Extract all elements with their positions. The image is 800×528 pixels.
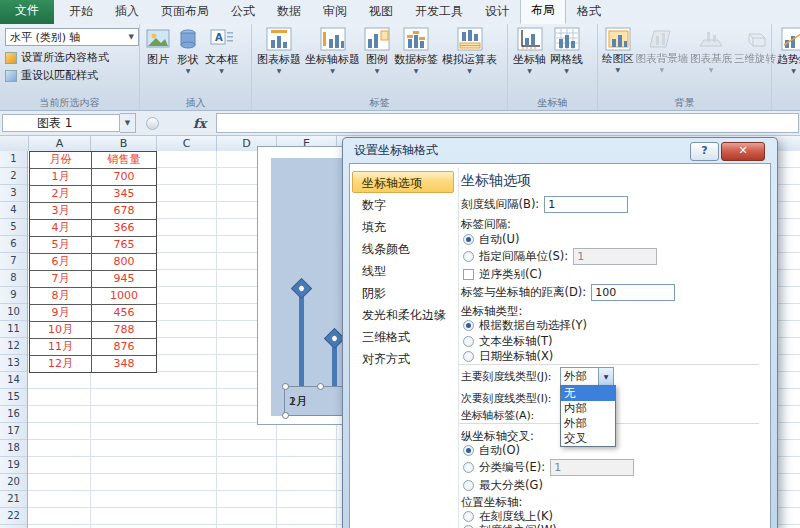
insert-picture-button[interactable]: 图片 (143, 26, 173, 68)
selection-handle[interactable] (282, 412, 289, 419)
row-header-8[interactable]: 8 (0, 270, 27, 287)
tab-页面布局[interactable]: 页面布局 (150, 0, 220, 24)
tab-设计[interactable]: 设计 (474, 0, 520, 24)
table-header-cell[interactable]: 月份 (30, 152, 92, 169)
axis-titles-button[interactable]: 坐标轴标题 ▼ (303, 26, 362, 74)
reverse-categories-checkbox[interactable] (463, 269, 474, 280)
row-header-17[interactable]: 17 (0, 423, 27, 440)
date-axis-radio[interactable] (463, 351, 474, 362)
column-header-C[interactable]: C (157, 136, 217, 151)
tab-视图[interactable]: 视图 (358, 0, 404, 24)
row-header-16[interactable]: 16 (0, 406, 27, 423)
insert-function-icon[interactable]: fx (193, 116, 206, 131)
table-cell[interactable]: 456 (92, 305, 156, 322)
table-cell[interactable]: 2月 (30, 186, 92, 203)
max-category-radio[interactable] (463, 480, 474, 491)
data-labels-button[interactable]: 数据标签 ▼ (392, 26, 440, 74)
gridlines-button[interactable]: 网格线 ▼ (548, 26, 585, 74)
tab-文件[interactable]: 文件 (0, 0, 54, 24)
table-cell[interactable]: 1000 (92, 288, 156, 305)
help-icon[interactable]: ? (690, 142, 719, 161)
tab-数据[interactable]: 数据 (266, 0, 312, 24)
row-header-5[interactable]: 5 (0, 219, 27, 236)
dropdown-item-交叉[interactable]: 交叉 (561, 431, 615, 446)
table-cell[interactable]: 6月 (30, 254, 92, 271)
table-header-cell[interactable]: 销售量 (92, 152, 156, 169)
reset-to-match-style-button[interactable]: 重设以匹配样式 (5, 68, 136, 83)
row-header-10[interactable]: 10 (0, 304, 27, 321)
row-header-12[interactable]: 12 (0, 338, 27, 355)
row-header-3[interactable]: 3 (0, 185, 27, 202)
sidebar-item-线型[interactable]: 线型 (352, 259, 454, 281)
insert-textbox-button[interactable]: A 文本框 ▼ (203, 26, 240, 74)
column-header-A[interactable]: A (29, 136, 91, 151)
format-selection-button[interactable]: 设置所选内容格式 (5, 50, 136, 65)
table-cell[interactable]: 788 (92, 322, 156, 339)
cross-auto-radio[interactable] (463, 445, 474, 456)
row-header-11[interactable]: 11 (0, 321, 27, 338)
on-ticks-radio[interactable] (463, 511, 474, 522)
sidebar-item-坐标轴选项[interactable]: 坐标轴选项 (352, 171, 454, 193)
category-number-radio[interactable] (463, 462, 474, 473)
row-header-1[interactable]: 1 (0, 151, 27, 168)
sidebar-item-对齐方式[interactable]: 对齐方式 (352, 347, 454, 369)
name-box-dropdown[interactable]: ▼ (120, 113, 136, 133)
selection-handle[interactable] (317, 383, 324, 390)
tick-interval-input[interactable] (544, 196, 628, 213)
tab-公式[interactable]: 公式 (220, 0, 266, 24)
table-cell[interactable]: 7月 (30, 271, 92, 288)
row-header-14[interactable]: 14 (0, 372, 27, 389)
table-cell[interactable]: 12月 (30, 356, 92, 372)
auto-radio[interactable] (463, 234, 474, 245)
table-cell[interactable]: 8月 (30, 288, 92, 305)
table-cell[interactable]: 678 (92, 203, 156, 220)
distance-input[interactable] (591, 284, 675, 301)
row-header-18[interactable]: 18 (0, 440, 27, 457)
text-axis-radio[interactable] (463, 336, 474, 347)
row-header-15[interactable]: 15 (0, 389, 27, 406)
table-cell[interactable]: 348 (92, 356, 156, 372)
dropdown-item-外部[interactable]: 外部 (561, 416, 615, 431)
table-cell[interactable]: 700 (92, 169, 156, 186)
specify-unit-input[interactable] (573, 248, 657, 265)
row-header-2[interactable]: 2 (0, 168, 27, 185)
insert-shapes-button[interactable]: 形状 ▼ (173, 26, 203, 74)
table-cell[interactable]: 765 (92, 237, 156, 254)
select-all-corner[interactable] (0, 136, 29, 151)
row-header-20[interactable]: 20 (0, 474, 27, 491)
tab-格式[interactable]: 格式 (566, 0, 612, 24)
table-cell[interactable]: 11月 (30, 339, 92, 356)
tab-插入[interactable]: 插入 (104, 0, 150, 24)
row-header-7[interactable]: 7 (0, 253, 27, 270)
rotation-3d-button[interactable]: 三维旋转 (733, 26, 777, 67)
row-header-22[interactable]: 22 (0, 508, 27, 525)
major-tick-combo[interactable]: 外部 ▼ (560, 367, 614, 386)
dropdown-item-内部[interactable]: 内部 (561, 401, 615, 416)
category-number-input[interactable] (550, 459, 634, 476)
table-cell[interactable]: 876 (92, 339, 156, 356)
table-cell[interactable]: 3月 (30, 203, 92, 220)
formula-input[interactable] (216, 113, 799, 133)
table-cell[interactable]: 366 (92, 220, 156, 237)
data-table-button[interactable]: 模拟运算表 ▼ (440, 26, 499, 74)
table-cell[interactable]: 1月 (30, 169, 92, 186)
tab-审阅[interactable]: 审阅 (312, 0, 358, 24)
axes-button[interactable]: 坐标轴 ▼ (511, 26, 548, 74)
row-header-4[interactable]: 4 (0, 202, 27, 219)
sidebar-item-三维格式[interactable]: 三维格式 (352, 325, 454, 347)
name-box[interactable]: 图表 1 (2, 114, 120, 132)
tab-布局[interactable]: 布局 (520, 0, 566, 24)
tab-开发工具[interactable]: 开发工具 (404, 0, 474, 24)
selection-handle[interactable] (282, 383, 289, 390)
chart-title-button[interactable]: 图表标题 ▼ (255, 26, 303, 74)
sidebar-item-发光和柔化边缘[interactable]: 发光和柔化边缘 (352, 303, 454, 325)
row-header-9[interactable]: 9 (0, 287, 27, 304)
table-cell[interactable]: 5月 (30, 237, 92, 254)
sidebar-item-线条颜色[interactable]: 线条颜色 (352, 237, 454, 259)
plot-area-button[interactable]: 绘图区 ▼ (601, 26, 635, 73)
table-cell[interactable]: 345 (92, 186, 156, 203)
legend-button[interactable]: 图例 ▼ (362, 26, 392, 74)
close-icon[interactable]: ✕ (721, 142, 765, 161)
table-cell[interactable]: 10月 (30, 322, 92, 339)
sidebar-item-填充[interactable]: 填充 (352, 215, 454, 237)
